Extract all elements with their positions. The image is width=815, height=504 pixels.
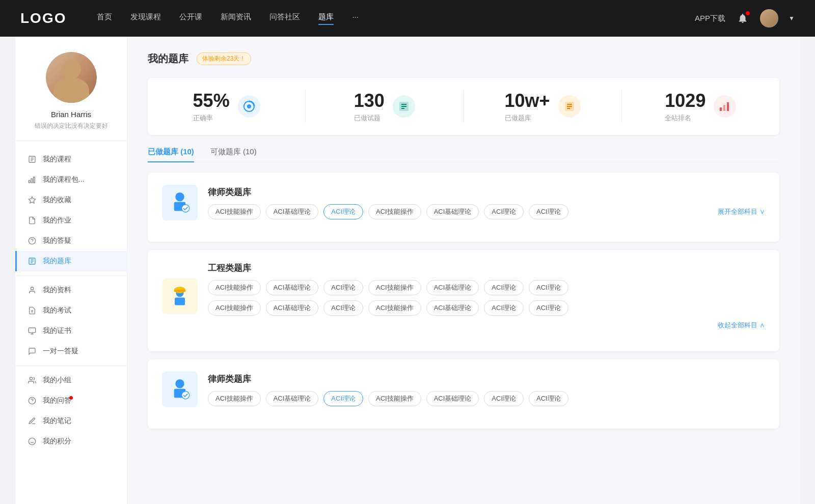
tag[interactable]: ACI理论 <box>529 280 568 295</box>
bank-lawyer1-tags: ACI技能操作 ACI基础理论 ACI理论 ACI技能操作 ACI基础理论 AC… <box>208 204 765 219</box>
nav-qa[interactable]: 问答社区 <box>269 12 300 25</box>
profile-motto: 错误的决定比没有决定要好 <box>35 122 108 130</box>
engineer-icon <box>167 284 193 309</box>
tag[interactable]: ACI理论 <box>484 391 524 406</box>
svg-rect-5 <box>31 179 33 183</box>
nav-news[interactable]: 新闻资讯 <box>221 12 251 25</box>
tag[interactable]: ACI技能操作 <box>208 280 261 295</box>
tag[interactable]: ACI技能操作 <box>208 391 261 406</box>
lawyer1-icon-wrap <box>162 185 198 220</box>
sidebar-item-quiz[interactable]: 我的题库 <box>15 251 127 271</box>
expand-lawyer1-link[interactable]: 展开全部科目 ∨ <box>718 207 765 216</box>
svg-rect-43 <box>174 290 186 292</box>
svg-point-44 <box>175 379 184 388</box>
tag[interactable]: ACI基础理论 <box>266 204 319 219</box>
tag[interactable]: ACI技能操作 <box>208 204 261 219</box>
group-icon <box>28 376 37 385</box>
svg-point-25 <box>247 104 251 108</box>
sidebar-item-courses[interactable]: 我的课程 <box>15 149 127 170</box>
tag[interactable]: ACI理论 <box>529 391 568 406</box>
svg-point-14 <box>31 287 33 290</box>
tab-available-banks[interactable]: 可做题库 (10) <box>210 147 257 162</box>
sidebar-label-myqa: 我的问答 <box>43 396 71 405</box>
sidebar-item-myqa[interactable]: 我的问答 <box>15 390 127 411</box>
svg-point-39 <box>182 205 189 212</box>
tabs-row: 已做题库 (10) 可做题库 (10) <box>148 147 779 162</box>
sidebar-divider-1 <box>15 275 127 276</box>
sidebar-item-groups[interactable]: 我的小组 <box>15 370 127 390</box>
tag[interactable]: ACI基础理论 <box>426 391 479 406</box>
sidebar-item-notes[interactable]: 我的笔记 <box>15 411 127 431</box>
tag[interactable]: ACI理论 <box>529 204 568 219</box>
tag[interactable]: ACI基础理论 <box>426 300 479 316</box>
logo: LOGO <box>20 10 66 26</box>
tag[interactable]: ACI技能操作 <box>368 280 421 295</box>
navbar-right: APP下载 ▼ <box>695 9 795 27</box>
file-icon <box>28 155 37 164</box>
sidebar-item-homework[interactable]: 我的作业 <box>15 210 127 231</box>
sidebar-item-questions[interactable]: 我的答疑 <box>15 231 127 251</box>
qa-icon <box>28 396 37 405</box>
sidebar-label-notes: 我的笔记 <box>43 416 71 426</box>
tag[interactable]: ACI技能操作 <box>208 300 261 316</box>
stat-accuracy-value: 55% <box>193 90 230 111</box>
tag[interactable]: ACI技能操作 <box>368 391 421 406</box>
tag-selected[interactable]: ACI理论 <box>323 204 363 219</box>
star-icon <box>28 195 37 205</box>
tag[interactable]: ACI理论 <box>529 300 568 316</box>
nav-more[interactable]: ··· <box>352 12 359 25</box>
tag[interactable]: ACI基础理论 <box>266 391 319 406</box>
note-icon <box>28 416 37 426</box>
tag[interactable]: ACI基础理论 <box>426 280 479 295</box>
stat-done-banks: 10w+ 已做题库 <box>464 90 622 123</box>
stats-row: 55% 正确率 130 已做试题 <box>148 78 779 135</box>
sidebar-item-certs[interactable]: 我的证书 <box>15 321 127 341</box>
tag[interactable]: ACI基础理论 <box>266 280 319 295</box>
bar-icon <box>28 175 37 184</box>
user-dropdown-arrow[interactable]: ▼ <box>789 15 795 22</box>
page-layout: Brian Harris 错误的决定比没有决定要好 我的课程 我的课程包... <box>15 37 800 504</box>
bank-engineer-name: 工程类题库 <box>208 262 765 274</box>
sidebar-item-exams[interactable]: 我的考试 <box>15 300 127 321</box>
tag[interactable]: ACI理论 <box>484 280 524 295</box>
done-banks-icon <box>558 95 581 118</box>
sidebar-label-exams: 我的考试 <box>43 306 71 315</box>
cert-icon <box>28 326 37 335</box>
tag[interactable]: ACI理论 <box>484 204 524 219</box>
tag[interactable]: ACI技能操作 <box>368 204 421 219</box>
sidebar-item-tutoring[interactable]: 一对一答疑 <box>15 341 127 361</box>
notification-bell[interactable] <box>736 11 750 25</box>
stat-done-questions-value: 130 <box>354 90 385 111</box>
trial-badge: 体验剩余23天！ <box>197 52 251 65</box>
sidebar-item-packages[interactable]: 我的课程包... <box>15 170 127 190</box>
stat-rank-value: 1029 <box>665 90 705 111</box>
app-download-link[interactable]: APP下载 <box>695 14 725 23</box>
svg-point-18 <box>30 377 32 380</box>
nav-courses[interactable]: 发现课程 <box>130 12 161 25</box>
tag[interactable]: ACI理论 <box>484 300 524 316</box>
tag[interactable]: ACI基础理论 <box>426 204 479 219</box>
question-icon <box>28 236 37 245</box>
tab-done-banks[interactable]: 已做题库 (10) <box>148 147 194 162</box>
tag[interactable]: ACI理论 <box>323 300 363 316</box>
sidebar-label-homework: 我的作业 <box>43 216 71 225</box>
sidebar-label-packages: 我的课程包... <box>43 175 85 184</box>
sidebar-item-profile[interactable]: 我的资料 <box>15 280 127 300</box>
tag[interactable]: ACI理论 <box>323 280 363 295</box>
sidebar-label-questions: 我的答疑 <box>43 236 71 245</box>
stat-done-questions-label: 已做试题 <box>354 114 385 123</box>
tag[interactable]: ACI技能操作 <box>368 300 421 316</box>
nav-quiz[interactable]: 题库 <box>318 12 334 25</box>
sidebar-label-favorites: 我的收藏 <box>43 195 71 205</box>
bank-engineer-tags-row2: ACI技能操作 ACI基础理论 ACI理论 ACI技能操作 ACI基础理论 AC… <box>208 300 765 316</box>
sidebar-label-certs: 我的证书 <box>43 326 71 335</box>
sidebar-item-favorites[interactable]: 我的收藏 <box>15 190 127 210</box>
sidebar-item-points[interactable]: 我的积分 <box>15 431 127 452</box>
sidebar-label-quiz: 我的题库 <box>43 257 71 266</box>
collapse-engineer-link[interactable]: 收起全部科目 ∧ <box>208 321 765 330</box>
nav-open-course[interactable]: 公开课 <box>179 12 202 25</box>
user-avatar-nav[interactable] <box>760 9 778 27</box>
nav-home[interactable]: 首页 <box>97 12 112 25</box>
tag[interactable]: ACI基础理论 <box>266 300 319 316</box>
tag-selected[interactable]: ACI理论 <box>323 391 363 406</box>
